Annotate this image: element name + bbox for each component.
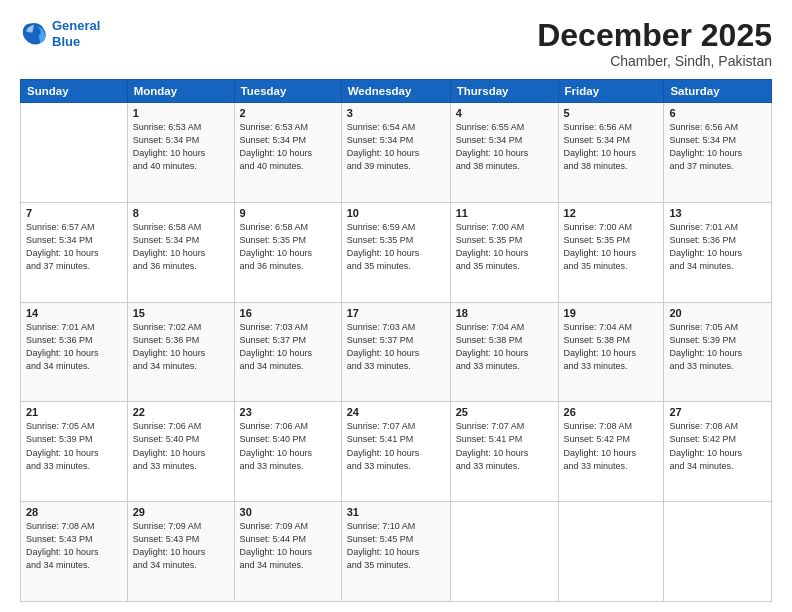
weekday-header-sunday: Sunday xyxy=(21,80,128,103)
day-number: 8 xyxy=(133,207,229,219)
day-number: 14 xyxy=(26,307,122,319)
calendar-cell: 19Sunrise: 7:04 AM Sunset: 5:38 PM Dayli… xyxy=(558,302,664,402)
day-number: 4 xyxy=(456,107,553,119)
day-info: Sunrise: 6:56 AM Sunset: 5:34 PM Dayligh… xyxy=(669,121,766,173)
calendar-cell: 30Sunrise: 7:09 AM Sunset: 5:44 PM Dayli… xyxy=(234,502,341,602)
day-info: Sunrise: 6:54 AM Sunset: 5:34 PM Dayligh… xyxy=(347,121,445,173)
header: General Blue December 2025 Chamber, Sind… xyxy=(20,18,772,69)
calendar-cell: 5Sunrise: 6:56 AM Sunset: 5:34 PM Daylig… xyxy=(558,103,664,203)
logo: General Blue xyxy=(20,18,100,49)
calendar-cell: 28Sunrise: 7:08 AM Sunset: 5:43 PM Dayli… xyxy=(21,502,128,602)
calendar-cell: 16Sunrise: 7:03 AM Sunset: 5:37 PM Dayli… xyxy=(234,302,341,402)
day-number: 21 xyxy=(26,406,122,418)
calendar-cell: 1Sunrise: 6:53 AM Sunset: 5:34 PM Daylig… xyxy=(127,103,234,203)
month-title: December 2025 xyxy=(537,18,772,53)
day-info: Sunrise: 6:58 AM Sunset: 5:34 PM Dayligh… xyxy=(133,221,229,273)
week-row-1: 1Sunrise: 6:53 AM Sunset: 5:34 PM Daylig… xyxy=(21,103,772,203)
logo-text: General Blue xyxy=(52,18,100,49)
day-number: 7 xyxy=(26,207,122,219)
weekday-header-saturday: Saturday xyxy=(664,80,772,103)
weekday-header-friday: Friday xyxy=(558,80,664,103)
calendar-cell: 26Sunrise: 7:08 AM Sunset: 5:42 PM Dayli… xyxy=(558,402,664,502)
calendar-cell: 14Sunrise: 7:01 AM Sunset: 5:36 PM Dayli… xyxy=(21,302,128,402)
day-info: Sunrise: 7:09 AM Sunset: 5:44 PM Dayligh… xyxy=(240,520,336,572)
week-row-4: 21Sunrise: 7:05 AM Sunset: 5:39 PM Dayli… xyxy=(21,402,772,502)
calendar-cell: 12Sunrise: 7:00 AM Sunset: 5:35 PM Dayli… xyxy=(558,202,664,302)
calendar-cell: 10Sunrise: 6:59 AM Sunset: 5:35 PM Dayli… xyxy=(341,202,450,302)
calendar-cell: 4Sunrise: 6:55 AM Sunset: 5:34 PM Daylig… xyxy=(450,103,558,203)
calendar-cell: 31Sunrise: 7:10 AM Sunset: 5:45 PM Dayli… xyxy=(341,502,450,602)
calendar-cell: 23Sunrise: 7:06 AM Sunset: 5:40 PM Dayli… xyxy=(234,402,341,502)
calendar-cell: 22Sunrise: 7:06 AM Sunset: 5:40 PM Dayli… xyxy=(127,402,234,502)
day-number: 24 xyxy=(347,406,445,418)
day-number: 6 xyxy=(669,107,766,119)
day-number: 31 xyxy=(347,506,445,518)
location-title: Chamber, Sindh, Pakistan xyxy=(537,53,772,69)
day-info: Sunrise: 6:57 AM Sunset: 5:34 PM Dayligh… xyxy=(26,221,122,273)
calendar-cell: 3Sunrise: 6:54 AM Sunset: 5:34 PM Daylig… xyxy=(341,103,450,203)
day-number: 25 xyxy=(456,406,553,418)
calendar-cell: 21Sunrise: 7:05 AM Sunset: 5:39 PM Dayli… xyxy=(21,402,128,502)
weekday-header-row: SundayMondayTuesdayWednesdayThursdayFrid… xyxy=(21,80,772,103)
day-number: 26 xyxy=(564,406,659,418)
day-info: Sunrise: 7:03 AM Sunset: 5:37 PM Dayligh… xyxy=(240,321,336,373)
calendar-cell: 18Sunrise: 7:04 AM Sunset: 5:38 PM Dayli… xyxy=(450,302,558,402)
day-info: Sunrise: 7:06 AM Sunset: 5:40 PM Dayligh… xyxy=(240,420,336,472)
day-info: Sunrise: 7:05 AM Sunset: 5:39 PM Dayligh… xyxy=(26,420,122,472)
day-info: Sunrise: 7:01 AM Sunset: 5:36 PM Dayligh… xyxy=(26,321,122,373)
day-info: Sunrise: 6:53 AM Sunset: 5:34 PM Dayligh… xyxy=(240,121,336,173)
week-row-5: 28Sunrise: 7:08 AM Sunset: 5:43 PM Dayli… xyxy=(21,502,772,602)
calendar-cell: 17Sunrise: 7:03 AM Sunset: 5:37 PM Dayli… xyxy=(341,302,450,402)
day-info: Sunrise: 7:01 AM Sunset: 5:36 PM Dayligh… xyxy=(669,221,766,273)
week-row-3: 14Sunrise: 7:01 AM Sunset: 5:36 PM Dayli… xyxy=(21,302,772,402)
day-number: 9 xyxy=(240,207,336,219)
logo-general: General xyxy=(52,18,100,34)
calendar-cell: 20Sunrise: 7:05 AM Sunset: 5:39 PM Dayli… xyxy=(664,302,772,402)
day-number: 28 xyxy=(26,506,122,518)
weekday-header-tuesday: Tuesday xyxy=(234,80,341,103)
calendar-cell: 24Sunrise: 7:07 AM Sunset: 5:41 PM Dayli… xyxy=(341,402,450,502)
day-number: 3 xyxy=(347,107,445,119)
calendar-cell: 9Sunrise: 6:58 AM Sunset: 5:35 PM Daylig… xyxy=(234,202,341,302)
day-info: Sunrise: 7:04 AM Sunset: 5:38 PM Dayligh… xyxy=(456,321,553,373)
calendar-cell: 7Sunrise: 6:57 AM Sunset: 5:34 PM Daylig… xyxy=(21,202,128,302)
day-info: Sunrise: 6:58 AM Sunset: 5:35 PM Dayligh… xyxy=(240,221,336,273)
day-info: Sunrise: 7:09 AM Sunset: 5:43 PM Dayligh… xyxy=(133,520,229,572)
calendar-cell: 2Sunrise: 6:53 AM Sunset: 5:34 PM Daylig… xyxy=(234,103,341,203)
day-info: Sunrise: 7:07 AM Sunset: 5:41 PM Dayligh… xyxy=(456,420,553,472)
day-info: Sunrise: 7:00 AM Sunset: 5:35 PM Dayligh… xyxy=(456,221,553,273)
day-info: Sunrise: 6:53 AM Sunset: 5:34 PM Dayligh… xyxy=(133,121,229,173)
calendar-table: SundayMondayTuesdayWednesdayThursdayFrid… xyxy=(20,79,772,602)
day-number: 2 xyxy=(240,107,336,119)
day-info: Sunrise: 7:07 AM Sunset: 5:41 PM Dayligh… xyxy=(347,420,445,472)
day-info: Sunrise: 6:55 AM Sunset: 5:34 PM Dayligh… xyxy=(456,121,553,173)
calendar-cell: 11Sunrise: 7:00 AM Sunset: 5:35 PM Dayli… xyxy=(450,202,558,302)
calendar-cell xyxy=(21,103,128,203)
day-info: Sunrise: 7:02 AM Sunset: 5:36 PM Dayligh… xyxy=(133,321,229,373)
calendar-cell: 8Sunrise: 6:58 AM Sunset: 5:34 PM Daylig… xyxy=(127,202,234,302)
weekday-header-wednesday: Wednesday xyxy=(341,80,450,103)
day-number: 29 xyxy=(133,506,229,518)
day-number: 12 xyxy=(564,207,659,219)
day-number: 15 xyxy=(133,307,229,319)
weekday-header-thursday: Thursday xyxy=(450,80,558,103)
day-info: Sunrise: 7:05 AM Sunset: 5:39 PM Dayligh… xyxy=(669,321,766,373)
day-number: 30 xyxy=(240,506,336,518)
logo-blue-text: Blue xyxy=(52,34,100,50)
day-info: Sunrise: 7:06 AM Sunset: 5:40 PM Dayligh… xyxy=(133,420,229,472)
calendar-cell: 29Sunrise: 7:09 AM Sunset: 5:43 PM Dayli… xyxy=(127,502,234,602)
day-info: Sunrise: 6:59 AM Sunset: 5:35 PM Dayligh… xyxy=(347,221,445,273)
calendar-cell xyxy=(450,502,558,602)
day-number: 13 xyxy=(669,207,766,219)
calendar-cell: 15Sunrise: 7:02 AM Sunset: 5:36 PM Dayli… xyxy=(127,302,234,402)
day-info: Sunrise: 7:03 AM Sunset: 5:37 PM Dayligh… xyxy=(347,321,445,373)
title-block: December 2025 Chamber, Sindh, Pakistan xyxy=(537,18,772,69)
day-number: 17 xyxy=(347,307,445,319)
day-number: 16 xyxy=(240,307,336,319)
page: General Blue December 2025 Chamber, Sind… xyxy=(0,0,792,612)
day-info: Sunrise: 7:04 AM Sunset: 5:38 PM Dayligh… xyxy=(564,321,659,373)
day-info: Sunrise: 7:08 AM Sunset: 5:42 PM Dayligh… xyxy=(564,420,659,472)
day-number: 27 xyxy=(669,406,766,418)
weekday-header-monday: Monday xyxy=(127,80,234,103)
day-number: 23 xyxy=(240,406,336,418)
